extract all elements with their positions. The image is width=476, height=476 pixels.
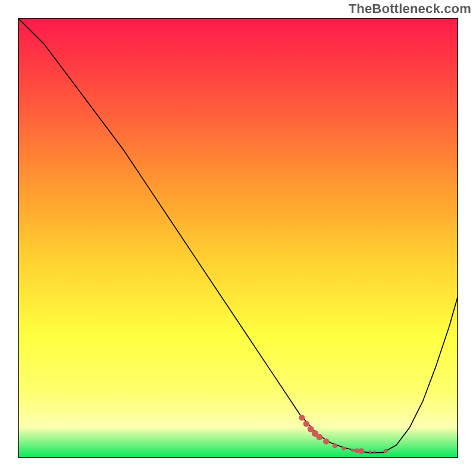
watermark-text: TheBottleneck.com [349,1,471,17]
highlight-dot [358,448,364,454]
highlight-dot [323,439,329,444]
highlight-dot [342,447,345,450]
highlight-dot [384,449,388,453]
highlight-dot [373,450,375,453]
highlight-dot [333,443,337,448]
gradient-background [18,18,458,458]
highlight-dot [369,450,371,453]
highlight-dot [299,415,305,421]
highlight-dot [303,421,309,427]
highlight-dot [317,434,323,440]
chart-container: TheBottleneck.com [0,0,476,476]
bottleneck-chart [18,18,458,458]
highlight-dot [351,449,354,452]
